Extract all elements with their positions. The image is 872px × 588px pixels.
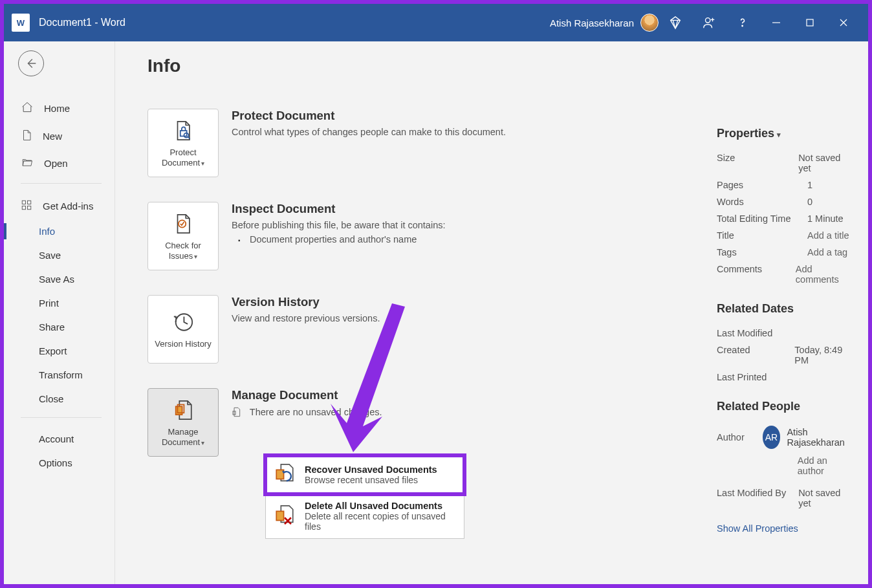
check-issues-tile[interactable]: Check for Issues▾ — [147, 202, 219, 270]
history-icon — [172, 309, 194, 335]
version-history-tile[interactable]: Version History — [147, 295, 219, 364]
diamond-icon[interactable] — [659, 4, 692, 41]
recover-sub: Browse recent unsaved files — [305, 475, 437, 485]
svg-point-0 — [706, 18, 710, 23]
inspect-desc: Before publishing this file, be aware th… — [232, 220, 445, 230]
history-desc: View and restore previous versions. — [232, 313, 380, 323]
manage-doc-icon — [172, 397, 194, 423]
manage-document-menu: Recover Unsaved Documents Browse recent … — [265, 455, 464, 539]
related-people-heading: Related People — [717, 400, 850, 413]
folder-open-icon — [21, 157, 34, 170]
delete-unsaved-item[interactable]: Delete All Unsaved Documents Delete all … — [265, 494, 464, 539]
manage-title: Manage Document — [232, 388, 382, 402]
prop-last-modified: Last Modified — [717, 328, 807, 338]
help-icon[interactable] — [726, 4, 759, 41]
protect-title: Protect Document — [232, 109, 506, 123]
prop-words: 0 — [807, 197, 812, 207]
minimize-button[interactable] — [759, 4, 793, 41]
home-icon — [21, 101, 34, 116]
prop-title-input[interactable]: Add a title — [807, 230, 849, 241]
delete-sub: Delete all recent copies of unsaved file… — [305, 511, 456, 532]
svg-rect-8 — [22, 206, 25, 210]
nav-divider — [21, 183, 102, 184]
nav-options[interactable]: Options — [4, 451, 114, 475]
delete-title: Delete All Unsaved Documents — [305, 501, 456, 511]
maximize-button[interactable] — [793, 4, 827, 41]
svg-rect-7 — [28, 201, 31, 204]
nav-open[interactable]: Open — [4, 150, 114, 177]
history-title: Version History — [232, 295, 380, 309]
svg-rect-19 — [276, 511, 283, 520]
author-avatar: AR — [763, 426, 781, 449]
nav-new[interactable]: New — [4, 122, 114, 150]
nav-home[interactable]: Home — [4, 94, 114, 122]
inspect-item: Document properties and author's name — [232, 234, 445, 245]
related-dates-heading: Related Dates — [717, 302, 850, 316]
close-button[interactable] — [827, 4, 860, 41]
inspect-title: Inspect Document — [232, 202, 445, 216]
nav-divider-2 — [21, 417, 102, 418]
prop-created: Today, 8:49 PM — [794, 345, 850, 365]
user-area[interactable]: Atish Rajasekharan — [550, 14, 659, 32]
prop-tags-input[interactable]: Add a tag — [807, 247, 847, 257]
nav-account[interactable]: Account — [4, 427, 114, 451]
word-app-icon: W — [12, 14, 30, 32]
nav-info[interactable]: Info — [4, 219, 114, 243]
nav-share[interactable]: Share — [4, 315, 114, 339]
svg-rect-3 — [807, 19, 813, 26]
nav-save-as[interactable]: Save As — [4, 267, 114, 291]
nav-print[interactable]: Print — [4, 291, 114, 315]
lock-icon — [172, 118, 194, 144]
back-button[interactable] — [18, 50, 44, 76]
recover-unsaved-item[interactable]: Recover Unsaved Documents Browse recent … — [265, 455, 464, 494]
check-doc-icon — [172, 211, 194, 237]
prop-comments-input[interactable]: Add comments — [796, 264, 850, 285]
nav-save[interactable]: Save — [4, 243, 114, 267]
author-entry[interactable]: AR Atish Rajasekharan — [763, 426, 850, 449]
svg-rect-15 — [176, 406, 182, 415]
backstage-sidebar: Home New Open Get Add-ins Info Save Save… — [4, 41, 115, 584]
svg-point-1 — [742, 25, 743, 26]
prop-last-modified-by: Not saved yet — [798, 488, 850, 508]
addins-icon — [21, 199, 32, 213]
manage-desc: There are no unsaved changes. — [232, 406, 382, 420]
properties-heading[interactable]: Properties▾ — [717, 127, 850, 140]
prop-size: Not saved yet — [798, 153, 850, 173]
properties-panel: Properties▾ SizeNot saved yet Pages1 Wor… — [717, 113, 850, 534]
svg-rect-9 — [28, 206, 31, 210]
protect-desc: Control what types of changes people can… — [232, 127, 506, 137]
prop-edit-time: 1 Minute — [807, 213, 844, 224]
recover-title: Recover Unsaved Documents — [305, 464, 437, 475]
svg-rect-6 — [22, 201, 25, 204]
share-person-icon[interactable] — [692, 4, 726, 41]
nav-close[interactable]: Close — [4, 387, 114, 411]
titlebar: W Document1 - Word Atish Rajasekharan — [4, 4, 868, 41]
manage-document-tile[interactable]: Manage Document▾ — [147, 388, 219, 457]
user-name: Atish Rajasekharan — [550, 17, 634, 28]
prop-pages: 1 — [807, 180, 812, 190]
recover-icon — [274, 463, 296, 487]
show-all-properties[interactable]: Show All Properties — [717, 523, 798, 534]
doc-small-icon — [232, 406, 242, 420]
nav-transform[interactable]: Transform — [4, 363, 114, 387]
delete-unsaved-icon — [274, 504, 296, 528]
user-avatar — [640, 14, 659, 32]
nav-export[interactable]: Export — [4, 339, 114, 363]
nav-addins[interactable]: Get Add-ins — [4, 193, 114, 219]
new-file-icon — [21, 129, 32, 144]
add-author-input[interactable]: Add an author — [798, 455, 850, 476]
main-panel: Info Protect Document▾ Protect Document … — [115, 41, 868, 584]
prop-last-printed: Last Printed — [717, 372, 807, 382]
page-heading: Info — [147, 56, 841, 76]
document-title: Document1 - Word — [39, 17, 125, 28]
protect-document-tile[interactable]: Protect Document▾ — [147, 109, 219, 177]
